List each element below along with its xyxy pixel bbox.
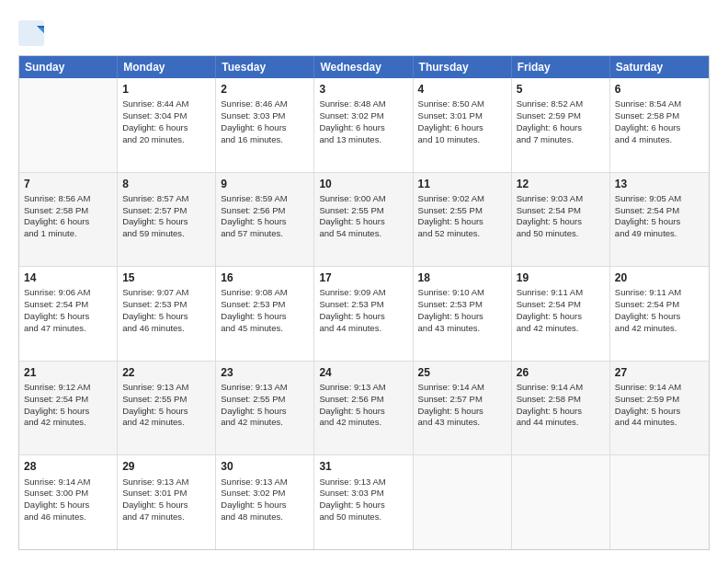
day-info: and 42 minutes. <box>517 323 605 335</box>
day-info: and 16 minutes. <box>221 134 309 146</box>
day-info: Sunset: 2:55 PM <box>418 205 506 217</box>
day-info: Sunset: 2:59 PM <box>517 110 605 122</box>
calendar-week-1: 1Sunrise: 8:44 AMSunset: 3:04 PMDaylight… <box>19 78 709 173</box>
day-info: Sunrise: 8:48 AM <box>319 98 407 110</box>
day-info: Daylight: 5 hours <box>517 311 605 323</box>
day-info: and 42 minutes. <box>24 417 112 429</box>
day-info: and 44 minutes. <box>517 417 605 429</box>
day-number: 21 <box>24 365 112 380</box>
day-info: and 45 minutes. <box>221 323 309 335</box>
day-info: Sunset: 2:53 PM <box>122 299 210 311</box>
day-info: Sunset: 2:58 PM <box>615 110 704 122</box>
day-info: Sunset: 2:58 PM <box>24 205 112 217</box>
day-info: Sunrise: 9:05 AM <box>615 193 704 205</box>
day-info: and 48 minutes. <box>221 511 309 523</box>
day-info: Sunrise: 9:11 AM <box>517 287 605 299</box>
day-info: and 52 minutes. <box>418 228 506 240</box>
day-info: Sunset: 2:55 PM <box>221 394 309 406</box>
calendar-cell: 10Sunrise: 9:00 AMSunset: 2:55 PMDayligh… <box>314 173 413 267</box>
day-number: 28 <box>24 459 112 474</box>
calendar-cell: 16Sunrise: 9:08 AMSunset: 2:53 PMDayligh… <box>216 267 314 361</box>
day-info: and 44 minutes. <box>615 417 704 429</box>
header-cell-wednesday: Wednesday <box>314 56 413 78</box>
day-info: Sunset: 2:55 PM <box>122 394 210 406</box>
page-header <box>18 17 710 46</box>
day-info: Sunrise: 9:14 AM <box>615 382 704 394</box>
day-info: Sunset: 2:53 PM <box>319 299 407 311</box>
day-info: Sunrise: 9:13 AM <box>319 477 407 488</box>
day-number: 31 <box>319 459 407 474</box>
day-info: Daylight: 5 hours <box>221 406 309 418</box>
day-info: Daylight: 5 hours <box>319 500 407 511</box>
calendar-cell: 31Sunrise: 9:13 AMSunset: 3:03 PMDayligh… <box>314 455 413 549</box>
day-info: Sunrise: 8:59 AM <box>221 193 309 205</box>
day-info: Daylight: 6 hours <box>221 122 309 134</box>
day-info: and 50 minutes. <box>517 228 605 240</box>
day-info: Daylight: 5 hours <box>517 406 605 418</box>
day-info: Sunset: 3:04 PM <box>122 110 210 122</box>
day-number: 5 <box>517 82 605 97</box>
day-info: Sunset: 2:56 PM <box>319 394 407 406</box>
day-info: and 42 minutes. <box>319 417 407 429</box>
calendar-cell: 28Sunrise: 9:14 AMSunset: 3:00 PMDayligh… <box>19 455 118 549</box>
day-number: 8 <box>122 177 210 191</box>
day-info: Sunrise: 9:00 AM <box>319 193 407 205</box>
day-number: 2 <box>221 82 309 97</box>
day-info: and 42 minutes. <box>122 417 210 429</box>
day-info: Sunrise: 9:13 AM <box>319 382 407 394</box>
day-number: 23 <box>221 365 309 380</box>
day-number: 18 <box>418 270 506 285</box>
day-info: Sunset: 3:01 PM <box>418 110 506 122</box>
day-info: and 50 minutes. <box>319 511 407 523</box>
day-info: Sunrise: 9:14 AM <box>24 477 112 488</box>
header-cell-saturday: Saturday <box>610 56 709 78</box>
day-number: 6 <box>615 82 704 97</box>
day-info: and 43 minutes. <box>418 323 506 335</box>
calendar-cell: 30Sunrise: 9:13 AMSunset: 3:02 PMDayligh… <box>216 455 314 549</box>
day-info: Daylight: 5 hours <box>122 311 210 323</box>
day-info: Sunset: 3:03 PM <box>319 488 407 500</box>
day-info: Sunrise: 9:02 AM <box>418 193 506 205</box>
day-info: and 10 minutes. <box>418 134 506 146</box>
day-info: Sunrise: 9:14 AM <box>418 382 506 394</box>
day-info: Sunrise: 8:54 AM <box>615 98 704 110</box>
header-cell-sunday: Sunday <box>19 56 118 78</box>
day-info: Sunset: 3:01 PM <box>122 488 210 500</box>
calendar-cell: 2Sunrise: 8:46 AMSunset: 3:03 PMDaylight… <box>216 78 314 172</box>
day-info: Sunset: 2:54 PM <box>517 205 605 217</box>
day-number: 13 <box>615 177 704 191</box>
calendar-cell: 20Sunrise: 9:11 AMSunset: 2:54 PMDayligh… <box>610 267 709 361</box>
calendar-cell <box>512 455 610 549</box>
calendar-cell: 14Sunrise: 9:06 AMSunset: 2:54 PMDayligh… <box>19 267 118 361</box>
calendar-cell: 15Sunrise: 9:07 AMSunset: 2:53 PMDayligh… <box>118 267 216 361</box>
day-number: 27 <box>615 365 704 380</box>
day-info: and 49 minutes. <box>615 228 704 240</box>
day-info: Sunset: 3:03 PM <box>221 110 309 122</box>
day-number: 26 <box>517 365 605 380</box>
day-info: Sunset: 2:54 PM <box>517 299 605 311</box>
day-info: Daylight: 5 hours <box>615 311 704 323</box>
calendar-cell: 22Sunrise: 9:13 AMSunset: 2:55 PMDayligh… <box>118 362 216 455</box>
day-info: and 47 minutes. <box>122 511 210 523</box>
day-number: 22 <box>122 365 210 380</box>
day-info: and 57 minutes. <box>221 228 309 240</box>
day-number: 20 <box>615 270 704 285</box>
header-cell-thursday: Thursday <box>414 56 512 78</box>
day-info: Sunrise: 9:13 AM <box>122 477 210 488</box>
calendar-cell: 1Sunrise: 8:44 AMSunset: 3:04 PMDaylight… <box>118 78 216 172</box>
day-info: and 43 minutes. <box>418 417 506 429</box>
day-info: Daylight: 6 hours <box>615 122 704 134</box>
day-info: Daylight: 5 hours <box>418 406 506 418</box>
calendar-cell: 6Sunrise: 8:54 AMSunset: 2:58 PMDaylight… <box>610 78 709 172</box>
day-info: Daylight: 5 hours <box>418 311 506 323</box>
day-info: Sunrise: 8:52 AM <box>517 98 605 110</box>
day-info: and 46 minutes. <box>24 511 112 523</box>
calendar-cell <box>19 78 118 172</box>
logo <box>18 20 50 46</box>
day-info: Daylight: 6 hours <box>319 122 407 134</box>
day-info: and 54 minutes. <box>319 228 407 240</box>
day-info: Sunset: 2:59 PM <box>615 394 704 406</box>
day-info: and 59 minutes. <box>122 228 210 240</box>
day-number: 12 <box>517 177 605 191</box>
day-info: Sunset: 2:54 PM <box>24 394 112 406</box>
